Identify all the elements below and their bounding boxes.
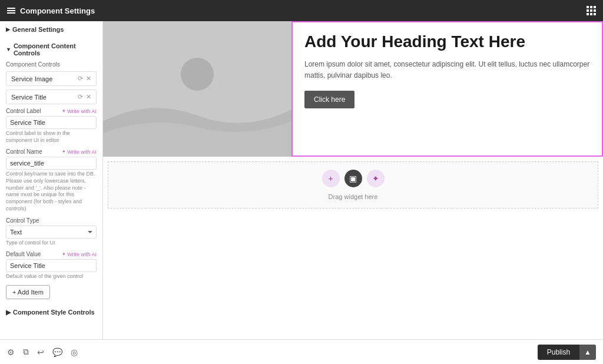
control-label-text: Control Label: [6, 108, 41, 114]
canvas-body-text: Lorem ipsum dolor sit amet, consectetur …: [304, 59, 590, 81]
service-title-control: Service Title ⟳ ✕: [6, 90, 97, 104]
control-type-select[interactable]: Text Image Number Color: [6, 226, 97, 239]
default-value-text: Default Value: [6, 251, 41, 257]
top-bar: Component Settings: [0, 0, 603, 21]
grid-icon[interactable]: [587, 6, 596, 15]
drag-folder-icon[interactable]: ▣: [344, 170, 362, 187]
service-image-close-icon[interactable]: ✕: [86, 75, 91, 82]
control-name-hint: Control key/name to save into the DB. Pl…: [6, 171, 97, 212]
service-image-refresh-icon[interactable]: ⟳: [78, 75, 83, 82]
layers-icon[interactable]: ⧉: [23, 347, 29, 357]
general-settings-label: General Settings: [12, 26, 64, 33]
default-value-row: Default Value Write with AI: [6, 251, 97, 257]
control-label-block: Control Label Write with AI Control labe…: [6, 108, 97, 144]
publish-arrow-button[interactable]: ▲: [579, 345, 596, 360]
component-controls-label: Component Controls: [6, 61, 97, 68]
content-controls-header[interactable]: ▼ Component Content Controls: [0, 38, 102, 61]
write-ai-control-name[interactable]: Write with AI: [62, 149, 97, 155]
service-image-label: Service Image: [11, 75, 52, 82]
control-name-row: Control Name Write with AI: [6, 148, 97, 155]
control-type-hint: Type of control for UI: [6, 240, 97, 247]
control-type-text: Control Type: [6, 217, 39, 224]
control-label-input[interactable]: [6, 116, 97, 129]
canvas-drag-zone[interactable]: + ▣ ✦ Drag widget here: [108, 161, 598, 209]
canvas-top-section: Add Your Heading Text Here Lorem ipsum d…: [103, 21, 603, 157]
canvas-click-here-button[interactable]: Click here: [304, 91, 354, 108]
control-type-block: Control Type Text Image Number Color Typ…: [6, 217, 97, 247]
general-settings-arrow: ▶: [6, 27, 10, 32]
content-controls-label: Component Content Controls: [14, 42, 97, 57]
service-title-icons: ⟳ ✕: [78, 93, 91, 101]
publish-main-button[interactable]: Publish: [538, 345, 579, 360]
control-type-row: Control Type: [6, 217, 97, 224]
service-title-label: Service Title: [11, 94, 47, 101]
accessibility-icon[interactable]: ◎: [71, 347, 78, 357]
canvas-image-placeholder: [103, 21, 291, 157]
top-bar-left: Component Settings: [7, 6, 95, 15]
service-title-close-icon[interactable]: ✕: [86, 93, 91, 101]
control-name-text: Control Name: [6, 148, 42, 155]
canvas-area: Add Your Heading Text Here Lorem ipsum d…: [103, 21, 603, 339]
control-name-block: Control Name Write with AI Control key/n…: [6, 148, 97, 212]
settings-icon[interactable]: ⚙: [7, 347, 15, 357]
main-layout: ▶ General Settings ▼ Component Content C…: [0, 21, 603, 339]
control-name-input[interactable]: [6, 157, 97, 170]
publish-button-group: Publish ▲: [538, 345, 596, 360]
hamburger-icon[interactable]: [7, 8, 15, 14]
write-ai-default[interactable]: Write with AI: [62, 252, 97, 257]
sidebar: ▶ General Settings ▼ Component Content C…: [0, 21, 103, 339]
drag-text: Drag widget here: [329, 193, 378, 200]
canvas-heading: Add Your Heading Text Here: [304, 32, 590, 52]
service-title-refresh-icon[interactable]: ⟳: [78, 93, 83, 101]
bottom-bar: ⚙ ⧉ ↩ 💬 ◎ Publish ▲: [0, 339, 603, 364]
style-controls-label: Component Style Controls: [13, 309, 95, 316]
general-settings-header[interactable]: ▶ General Settings: [0, 21, 102, 38]
default-value-block: Default Value Write with AI Default valu…: [6, 251, 97, 280]
control-label-hint: Control label to show in the component U…: [6, 130, 97, 144]
default-value-input[interactable]: [6, 259, 97, 272]
content-controls-body: Component Controls Service Image ⟳ ✕ Ser…: [0, 61, 102, 304]
drag-expand-icon[interactable]: ✦: [367, 170, 385, 187]
style-controls-header[interactable]: ▶ Component Style Controls: [0, 304, 102, 321]
drag-plus-icon[interactable]: +: [322, 170, 340, 187]
content-controls-arrow: ▼: [6, 47, 11, 52]
write-ai-control-label[interactable]: Write with AI: [62, 108, 97, 114]
top-bar-title: Component Settings: [20, 6, 95, 15]
comments-icon[interactable]: 💬: [52, 347, 62, 357]
history-icon[interactable]: ↩: [37, 347, 44, 357]
drag-icons: + ▣ ✦: [322, 170, 385, 187]
default-value-hint: Default value of the given control: [6, 273, 97, 280]
canvas-text-section: Add Your Heading Text Here Lorem ipsum d…: [291, 21, 603, 157]
bottom-icons: ⚙ ⧉ ↩ 💬 ◎: [7, 347, 78, 357]
control-label-row: Control Label Write with AI: [6, 108, 97, 114]
svg-point-1: [181, 58, 214, 91]
canvas-content: Add Your Heading Text Here Lorem ipsum d…: [103, 21, 603, 339]
style-controls-arrow: ▶: [6, 309, 11, 316]
service-image-control: Service Image ⟳ ✕: [6, 71, 97, 86]
add-item-button[interactable]: + Add Item: [6, 285, 50, 299]
service-image-icons: ⟳ ✕: [78, 75, 91, 82]
